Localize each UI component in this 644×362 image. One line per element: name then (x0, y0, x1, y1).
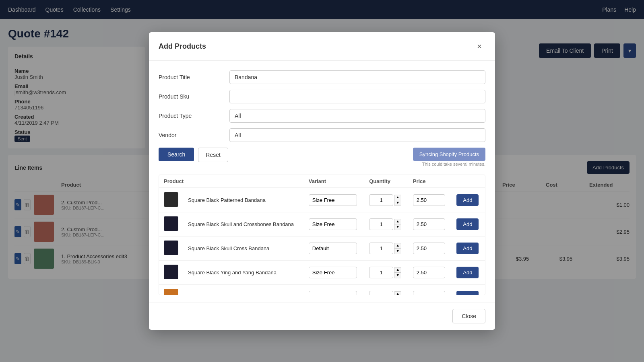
add-products-modal: Add Products × Product Title Product Sku… (149, 32, 495, 287)
variant-cell (304, 212, 364, 237)
product-table-row: Square Fire Bandana ▲ ▼ Add (159, 285, 485, 287)
variant-input[interactable] (309, 243, 357, 254)
modal-close-button[interactable]: × (473, 40, 485, 52)
variant-input[interactable] (309, 267, 357, 278)
vendor-input[interactable] (229, 128, 485, 142)
price-input[interactable] (413, 267, 445, 278)
modal-overlay[interactable]: Add Products × Product Title Product Sku… (0, 0, 644, 287)
price-cell (408, 285, 452, 287)
quantity-input[interactable] (369, 267, 393, 278)
product-thumbnail (164, 241, 178, 255)
product-name-cell: Square Black Skull Cross Bandana (183, 237, 304, 261)
qty-down-button[interactable]: ▼ (394, 249, 401, 254)
variant-cell (304, 237, 364, 261)
sync-button[interactable]: Syncing Shopify Products (413, 148, 485, 161)
quantity-input[interactable] (369, 243, 393, 254)
search-button[interactable]: Search (159, 148, 194, 161)
qty-up-button[interactable]: ▲ (394, 195, 401, 200)
product-thumbnail (164, 216, 178, 231)
product-sku-label: Product Sku (159, 93, 223, 100)
quantity-cell: ▲ ▼ (364, 261, 408, 285)
vendor-row: Vendor (159, 128, 485, 142)
price-input[interactable] (413, 194, 445, 206)
quantity-input[interactable] (369, 218, 393, 230)
th-quantity: Quantity (364, 175, 408, 188)
qty-down-button[interactable]: ▼ (394, 224, 401, 230)
vendor-label: Vendor (159, 132, 223, 138)
price-cell (408, 261, 452, 285)
product-type-row: Product Type (159, 109, 485, 123)
add-product-row-button[interactable]: Add (456, 218, 479, 230)
sync-note: This could take several minutes. (413, 162, 485, 167)
product-title-row: Product Title (159, 70, 485, 84)
variant-cell (304, 188, 364, 212)
add-cell: Add (452, 285, 485, 287)
qty-up-button[interactable]: ▲ (394, 219, 401, 224)
product-table-row: Square Black Patterned Bandana ▲ ▼ Add (159, 188, 485, 212)
price-cell (408, 188, 452, 212)
reset-button[interactable]: Reset (198, 148, 228, 162)
price-cell (408, 237, 452, 261)
product-thumbnail (164, 265, 178, 279)
add-product-row-button[interactable]: Add (456, 194, 479, 206)
add-cell: Add (452, 261, 485, 285)
qty-up-button[interactable]: ▲ (394, 267, 401, 273)
modal-body: Product Title Product Sku Product Type V… (149, 61, 495, 287)
search-action-row: Search Reset Syncing Shopify Products Th… (159, 148, 485, 167)
modal-header: Add Products × (149, 32, 495, 61)
price-cell (408, 212, 452, 237)
product-sku-row: Product Sku (159, 90, 485, 103)
quantity-cell: ▲ ▼ (364, 212, 408, 237)
add-product-row-button[interactable]: Add (456, 243, 479, 254)
add-cell: Add (452, 212, 485, 237)
variant-input[interactable] (309, 194, 357, 206)
product-name-cell: Square Fire Bandana (183, 285, 304, 287)
qty-down-button[interactable]: ▼ (394, 200, 401, 206)
modal-title: Add Products (159, 42, 206, 51)
sync-section: Syncing Shopify Products This could take… (413, 148, 485, 167)
qty-up-button[interactable]: ▲ (394, 243, 401, 249)
variant-cell (304, 261, 364, 285)
quantity-cell: ▲ ▼ (364, 188, 408, 212)
product-type-input[interactable] (229, 109, 485, 123)
th-variant: Variant (304, 175, 364, 188)
quantity-cell: ▲ ▼ (364, 237, 408, 261)
products-table: Product Variant Quantity Price Square Bl… (159, 175, 485, 287)
product-title-input[interactable] (229, 70, 485, 84)
product-thumbnail (164, 192, 178, 207)
product-name-cell: Square Black Skull and Crossbones Bandan… (183, 212, 304, 237)
product-name-cell: Square Black Patterned Bandana (183, 188, 304, 212)
th-price: Price (408, 175, 452, 188)
variant-cell (304, 285, 364, 287)
variant-input[interactable] (309, 218, 357, 230)
product-title-label: Product Title (159, 74, 223, 80)
quantity-cell: ▲ ▼ (364, 285, 408, 287)
th-product: Product (159, 175, 304, 188)
add-cell: Add (452, 237, 485, 261)
product-name-cell: Square Black Ying and Yang Bandana (183, 261, 304, 285)
add-product-row-button[interactable]: Add (456, 267, 479, 278)
product-table-row: Square Black Skull Cross Bandana ▲ ▼ Add (159, 237, 485, 261)
products-table-container: Product Variant Quantity Price Square Bl… (159, 175, 485, 287)
th-action (452, 175, 485, 188)
product-table-row: Square Black Ying and Yang Bandana ▲ ▼ A… (159, 261, 485, 285)
product-table-row: Square Black Skull and Crossbones Bandan… (159, 212, 485, 237)
product-type-label: Product Type (159, 113, 223, 119)
quantity-input[interactable] (369, 194, 393, 206)
add-cell: Add (452, 188, 485, 212)
price-input[interactable] (413, 218, 445, 230)
price-input[interactable] (413, 243, 445, 254)
product-sku-input[interactable] (229, 90, 485, 103)
qty-down-button[interactable]: ▼ (394, 273, 401, 278)
